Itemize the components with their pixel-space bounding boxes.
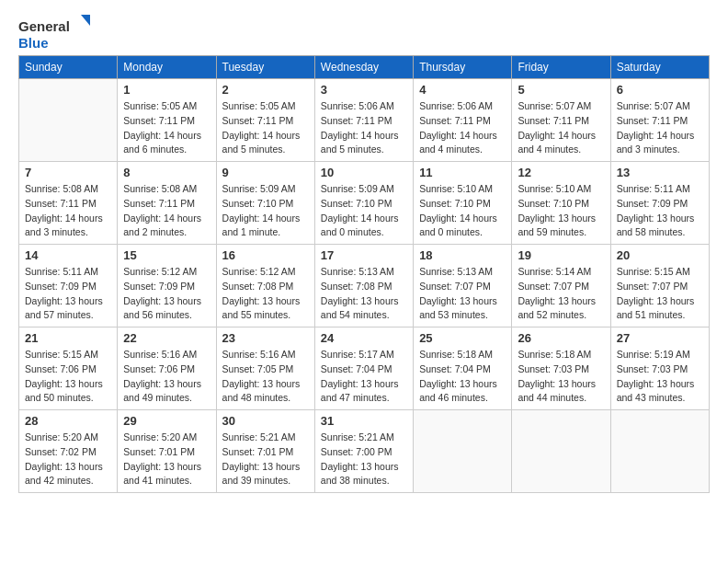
day-info: Sunrise: 5:07 AMSunset: 7:11 PMDaylight:… <box>617 99 703 157</box>
calendar-cell: 30Sunrise: 5:21 AMSunset: 7:01 PMDayligh… <box>216 410 314 493</box>
day-info: Sunrise: 5:13 AMSunset: 7:07 PMDaylight:… <box>419 265 506 323</box>
col-header-friday: Friday <box>512 56 610 79</box>
calendar-cell: 20Sunrise: 5:15 AMSunset: 7:07 PMDayligh… <box>610 245 709 327</box>
week-row-2: 7Sunrise: 5:08 AMSunset: 7:11 PMDaylight… <box>19 162 710 245</box>
day-number: 12 <box>518 166 604 179</box>
svg-text:General: General <box>18 18 70 34</box>
day-number: 7 <box>25 166 111 179</box>
day-number: 20 <box>617 248 703 262</box>
day-number: 8 <box>123 166 210 179</box>
col-header-wednesday: Wednesday <box>314 56 413 79</box>
calendar-cell: 27Sunrise: 5:19 AMSunset: 7:03 PMDayligh… <box>610 327 709 410</box>
calendar-cell: 4Sunrise: 5:06 AMSunset: 7:11 PMDaylight… <box>414 79 512 162</box>
day-number: 28 <box>25 414 111 428</box>
week-row-5: 28Sunrise: 5:20 AMSunset: 7:02 PMDayligh… <box>19 410 710 493</box>
calendar-cell: 1Sunrise: 5:05 AMSunset: 7:11 PMDaylight… <box>118 79 216 162</box>
day-info: Sunrise: 5:15 AMSunset: 7:07 PMDaylight:… <box>617 265 703 323</box>
logo: GeneralBlue <box>18 15 92 52</box>
week-row-3: 14Sunrise: 5:11 AMSunset: 7:09 PMDayligh… <box>19 245 710 327</box>
day-info: Sunrise: 5:07 AMSunset: 7:11 PMDaylight:… <box>518 99 604 157</box>
day-info: Sunrise: 5:11 AMSunset: 7:09 PMDaylight:… <box>25 265 111 323</box>
day-number: 10 <box>321 166 407 179</box>
col-header-tuesday: Tuesday <box>216 56 314 79</box>
col-header-saturday: Saturday <box>610 56 709 79</box>
day-info: Sunrise: 5:09 AMSunset: 7:10 PMDaylight:… <box>222 182 309 240</box>
calendar-cell <box>19 79 118 162</box>
calendar-cell: 25Sunrise: 5:18 AMSunset: 7:04 PMDayligh… <box>414 327 512 410</box>
day-info: Sunrise: 5:17 AMSunset: 7:04 PMDaylight:… <box>321 348 407 406</box>
day-number: 13 <box>617 166 703 179</box>
day-number: 24 <box>321 331 407 345</box>
calendar-cell: 14Sunrise: 5:11 AMSunset: 7:09 PMDayligh… <box>19 245 118 327</box>
day-info: Sunrise: 5:12 AMSunset: 7:09 PMDaylight:… <box>123 265 210 323</box>
day-number: 25 <box>419 331 506 345</box>
calendar-cell: 10Sunrise: 5:09 AMSunset: 7:10 PMDayligh… <box>314 162 413 245</box>
week-row-1: 1Sunrise: 5:05 AMSunset: 7:11 PMDaylight… <box>19 79 710 162</box>
day-number: 11 <box>419 166 506 179</box>
day-info: Sunrise: 5:14 AMSunset: 7:07 PMDaylight:… <box>518 265 604 323</box>
day-number: 21 <box>25 331 111 345</box>
calendar-cell: 7Sunrise: 5:08 AMSunset: 7:11 PMDaylight… <box>19 162 118 245</box>
calendar-cell: 2Sunrise: 5:05 AMSunset: 7:11 PMDaylight… <box>216 79 314 162</box>
day-number: 26 <box>518 331 604 345</box>
day-info: Sunrise: 5:05 AMSunset: 7:11 PMDaylight:… <box>222 99 309 157</box>
day-number: 18 <box>419 248 506 262</box>
calendar-cell: 18Sunrise: 5:13 AMSunset: 7:07 PMDayligh… <box>414 245 512 327</box>
calendar-cell: 15Sunrise: 5:12 AMSunset: 7:09 PMDayligh… <box>118 245 216 327</box>
day-number: 22 <box>123 331 210 345</box>
day-info: Sunrise: 5:11 AMSunset: 7:09 PMDaylight:… <box>617 182 703 240</box>
day-info: Sunrise: 5:20 AMSunset: 7:01 PMDaylight:… <box>123 431 210 488</box>
day-number: 29 <box>123 414 210 428</box>
calendar-cell <box>512 410 610 493</box>
day-info: Sunrise: 5:06 AMSunset: 7:11 PMDaylight:… <box>321 99 407 157</box>
calendar-header-row: SundayMondayTuesdayWednesdayThursdayFrid… <box>19 56 710 79</box>
day-info: Sunrise: 5:12 AMSunset: 7:08 PMDaylight:… <box>222 265 309 323</box>
day-info: Sunrise: 5:13 AMSunset: 7:08 PMDaylight:… <box>321 265 407 323</box>
day-info: Sunrise: 5:21 AMSunset: 7:01 PMDaylight:… <box>222 431 309 488</box>
day-info: Sunrise: 5:10 AMSunset: 7:10 PMDaylight:… <box>518 182 604 240</box>
col-header-sunday: Sunday <box>19 56 118 79</box>
day-number: 31 <box>321 414 407 428</box>
calendar-cell: 28Sunrise: 5:20 AMSunset: 7:02 PMDayligh… <box>19 410 118 493</box>
day-number: 17 <box>321 248 407 262</box>
logo-icon: GeneralBlue <box>18 15 92 52</box>
day-info: Sunrise: 5:08 AMSunset: 7:11 PMDaylight:… <box>25 182 111 240</box>
day-number: 5 <box>518 83 604 97</box>
day-number: 2 <box>222 83 309 97</box>
calendar-cell: 19Sunrise: 5:14 AMSunset: 7:07 PMDayligh… <box>512 245 610 327</box>
calendar-cell: 12Sunrise: 5:10 AMSunset: 7:10 PMDayligh… <box>512 162 610 245</box>
day-info: Sunrise: 5:16 AMSunset: 7:06 PMDaylight:… <box>123 348 210 406</box>
day-info: Sunrise: 5:06 AMSunset: 7:11 PMDaylight:… <box>419 99 506 157</box>
calendar-cell <box>610 410 709 493</box>
calendar-cell: 8Sunrise: 5:08 AMSunset: 7:11 PMDaylight… <box>118 162 216 245</box>
calendar-cell: 29Sunrise: 5:20 AMSunset: 7:01 PMDayligh… <box>118 410 216 493</box>
svg-text:Blue: Blue <box>18 35 49 51</box>
calendar-cell: 11Sunrise: 5:10 AMSunset: 7:10 PMDayligh… <box>414 162 512 245</box>
calendar-cell: 22Sunrise: 5:16 AMSunset: 7:06 PMDayligh… <box>118 327 216 410</box>
calendar-cell: 9Sunrise: 5:09 AMSunset: 7:10 PMDaylight… <box>216 162 314 245</box>
day-info: Sunrise: 5:09 AMSunset: 7:10 PMDaylight:… <box>321 182 407 240</box>
calendar-cell: 16Sunrise: 5:12 AMSunset: 7:08 PMDayligh… <box>216 245 314 327</box>
day-info: Sunrise: 5:21 AMSunset: 7:00 PMDaylight:… <box>321 431 407 488</box>
calendar-cell: 31Sunrise: 5:21 AMSunset: 7:00 PMDayligh… <box>314 410 413 493</box>
day-info: Sunrise: 5:18 AMSunset: 7:03 PMDaylight:… <box>518 348 604 406</box>
day-info: Sunrise: 5:08 AMSunset: 7:11 PMDaylight:… <box>123 182 210 240</box>
day-number: 14 <box>25 248 111 262</box>
day-info: Sunrise: 5:16 AMSunset: 7:05 PMDaylight:… <box>222 348 309 406</box>
col-header-monday: Monday <box>118 56 216 79</box>
day-number: 3 <box>321 83 407 97</box>
calendar-cell: 3Sunrise: 5:06 AMSunset: 7:11 PMDaylight… <box>314 79 413 162</box>
day-number: 19 <box>518 248 604 262</box>
calendar-cell: 24Sunrise: 5:17 AMSunset: 7:04 PMDayligh… <box>314 327 413 410</box>
calendar-cell: 23Sunrise: 5:16 AMSunset: 7:05 PMDayligh… <box>216 327 314 410</box>
col-header-thursday: Thursday <box>414 56 512 79</box>
calendar-cell <box>414 410 512 493</box>
day-info: Sunrise: 5:20 AMSunset: 7:02 PMDaylight:… <box>25 431 111 488</box>
calendar-cell: 5Sunrise: 5:07 AMSunset: 7:11 PMDaylight… <box>512 79 610 162</box>
calendar-cell: 13Sunrise: 5:11 AMSunset: 7:09 PMDayligh… <box>610 162 709 245</box>
week-row-4: 21Sunrise: 5:15 AMSunset: 7:06 PMDayligh… <box>19 327 710 410</box>
page-header: GeneralBlue <box>18 15 710 52</box>
day-number: 27 <box>617 331 703 345</box>
day-number: 23 <box>222 331 309 345</box>
day-info: Sunrise: 5:19 AMSunset: 7:03 PMDaylight:… <box>617 348 703 406</box>
